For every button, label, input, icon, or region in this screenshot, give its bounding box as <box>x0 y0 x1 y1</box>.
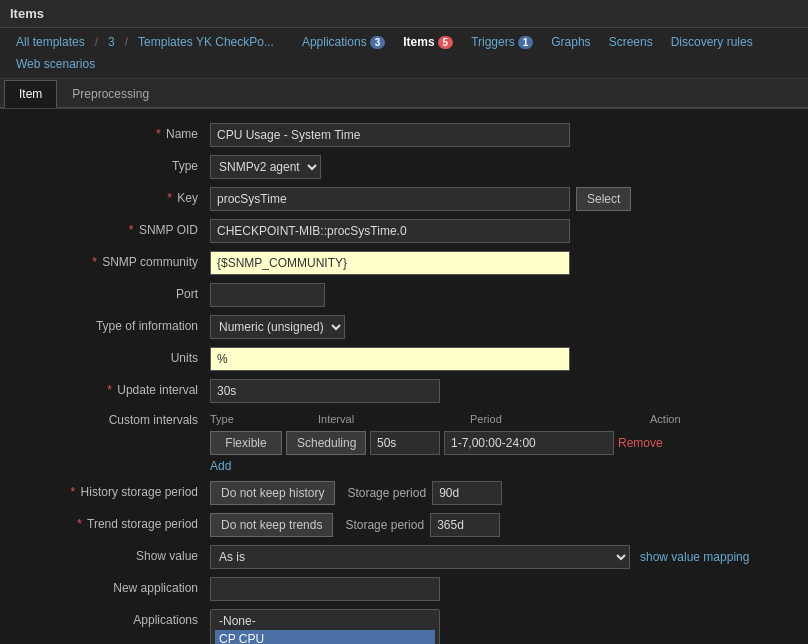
tab-item[interactable]: Item <box>4 80 57 108</box>
trend-value-input[interactable] <box>430 513 500 537</box>
intervals-header: Type Interval Period Action <box>210 413 730 427</box>
name-row: * Name <box>0 119 808 151</box>
breadcrumb-template-name[interactable]: Templates YK CheckPo... <box>130 32 282 52</box>
show-value-label: Show value <box>10 545 210 563</box>
type-info-row: Type of information Numeric (unsigned) <box>0 311 808 343</box>
key-label: * Key <box>10 187 210 205</box>
nav-triggers[interactable]: Triggers 1 <box>463 32 541 52</box>
key-row: * Key Select <box>0 183 808 215</box>
type-info-select[interactable]: Numeric (unsigned) <box>210 315 345 339</box>
port-row: Port <box>0 279 808 311</box>
scheduling-button[interactable]: Scheduling <box>286 431 366 455</box>
type-select[interactable]: SNMPv2 agent <box>210 155 321 179</box>
port-input[interactable] <box>210 283 325 307</box>
page-title: Items <box>0 0 808 28</box>
tab-preprocessing[interactable]: Preprocessing <box>57 80 164 108</box>
type-label: Type <box>10 155 210 173</box>
tab-bar: Item Preprocessing <box>0 79 808 109</box>
name-label: * Name <box>10 123 210 141</box>
units-label: Units <box>10 347 210 365</box>
nav-web-scenarios[interactable]: Web scenarios <box>8 54 103 74</box>
snmp-community-label: * SNMP community <box>10 251 210 269</box>
new-application-input[interactable] <box>210 577 440 601</box>
period-input[interactable] <box>444 431 614 455</box>
history-label: * History storage period <box>10 481 210 499</box>
no-trend-button[interactable]: Do not keep trends <box>210 513 333 537</box>
snmp-oid-input[interactable] <box>210 219 570 243</box>
select-button[interactable]: Select <box>576 187 631 211</box>
custom-intervals-label: Custom intervals <box>10 413 210 427</box>
applications-row: Applications -None- CP CPU CP General CP… <box>0 605 808 644</box>
remove-button[interactable]: Remove <box>618 436 663 450</box>
update-interval-input[interactable] <box>210 379 440 403</box>
flexible-button[interactable]: Flexible <box>210 431 282 455</box>
top-navigation: All templates / 3 / Templates YK CheckPo… <box>0 28 808 79</box>
breadcrumb-count[interactable]: 3 <box>100 32 123 52</box>
update-interval-label: * Update interval <box>10 379 210 397</box>
snmp-community-row: * SNMP community <box>0 247 808 279</box>
key-input[interactable] <box>210 187 570 211</box>
snmp-oid-row: * SNMP OID <box>0 215 808 247</box>
custom-intervals-row: Custom intervals Type Interval Period Ac… <box>0 407 808 477</box>
value-mapping-link[interactable]: show value mapping <box>640 550 749 564</box>
history-row: * History storage period Do not keep his… <box>0 477 808 509</box>
item-form: * Name Type SNMPv2 agent * Key Select <box>0 109 808 644</box>
snmp-community-input[interactable] <box>210 251 570 275</box>
snmp-oid-label: * SNMP OID <box>10 219 210 237</box>
intervals-area: Type Interval Period Action Flexible Sch… <box>210 413 730 473</box>
type-info-label: Type of information <box>10 315 210 333</box>
port-label: Port <box>10 283 210 301</box>
new-application-row: New application <box>0 573 808 605</box>
interval-row: Flexible Scheduling Remove <box>210 431 730 455</box>
show-value-select[interactable]: As is <box>210 545 630 569</box>
no-history-button[interactable]: Do not keep history <box>210 481 335 505</box>
applications-label: Applications <box>10 609 210 627</box>
units-input[interactable] <box>210 347 570 371</box>
new-application-label: New application <box>10 577 210 595</box>
nav-graphs[interactable]: Graphs <box>543 32 598 52</box>
trend-row: * Trend storage period Do not keep trend… <box>0 509 808 541</box>
units-row: Units <box>0 343 808 375</box>
applications-listbox[interactable]: -None- CP CPU CP General CP Memory <box>210 609 440 644</box>
nav-screens[interactable]: Screens <box>601 32 661 52</box>
type-row: Type SNMPv2 agent <box>0 151 808 183</box>
name-input[interactable] <box>210 123 570 147</box>
history-value-input[interactable] <box>432 481 502 505</box>
interval-value-input[interactable] <box>370 431 440 455</box>
show-value-row: Show value As is show value mapping <box>0 541 808 573</box>
nav-items[interactable]: Items 5 <box>395 32 461 52</box>
add-interval-button[interactable]: Add <box>210 459 231 473</box>
update-interval-row: * Update interval <box>0 375 808 407</box>
breadcrumb-all-templates[interactable]: All templates <box>8 32 93 52</box>
trend-label: * Trend storage period <box>10 513 210 531</box>
nav-applications[interactable]: Applications 3 <box>294 32 393 52</box>
nav-discovery-rules[interactable]: Discovery rules <box>663 32 761 52</box>
